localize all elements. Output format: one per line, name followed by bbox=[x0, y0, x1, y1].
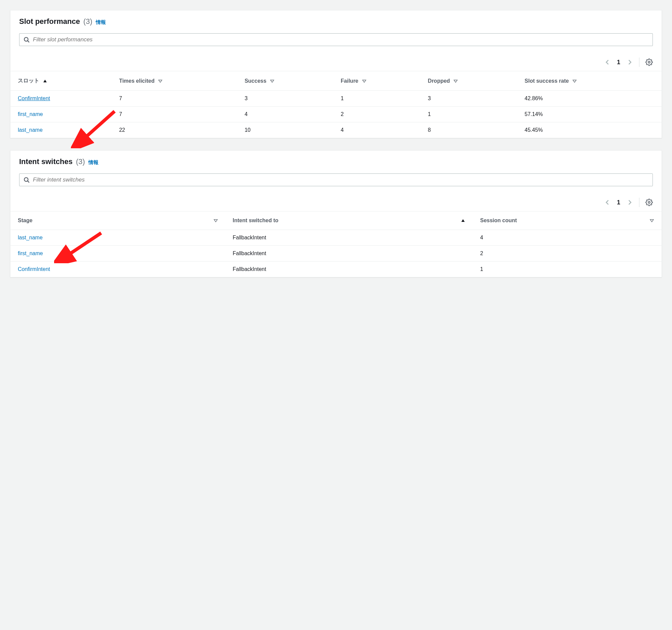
stage-link[interactable]: last_name bbox=[18, 235, 43, 240]
page-number: 1 bbox=[617, 199, 620, 206]
prev-page-button[interactable] bbox=[604, 199, 611, 206]
sort-none-icon bbox=[270, 79, 274, 84]
svg-marker-7 bbox=[454, 80, 457, 83]
stage-link[interactable]: ConfirmIntent bbox=[18, 266, 50, 272]
intent-switches-info-link[interactable]: 情報 bbox=[88, 159, 98, 166]
slot-performance-info-link[interactable]: 情報 bbox=[96, 19, 106, 26]
svg-marker-6 bbox=[363, 80, 366, 83]
intent-switches-title-row: Intent switches (3) 情報 bbox=[19, 157, 653, 166]
gear-icon[interactable] bbox=[645, 199, 653, 206]
svg-marker-8 bbox=[573, 80, 576, 83]
slot-performance-filter[interactable] bbox=[19, 33, 653, 46]
table-row: last_name 22 10 4 8 45.45% bbox=[10, 122, 662, 138]
sort-asc-icon bbox=[461, 218, 465, 223]
col-dropped[interactable]: Dropped bbox=[420, 71, 517, 91]
intent-switches-panel: Intent switches (3) 情報 1 Stage bbox=[10, 150, 662, 277]
slot-link[interactable]: ConfirmIntent bbox=[18, 95, 50, 101]
table-row: last_name FallbackIntent 4 bbox=[10, 230, 662, 246]
col-switched-to[interactable]: Intent switched to bbox=[225, 211, 473, 230]
intent-switches-title: Intent switches bbox=[19, 157, 73, 166]
sort-none-icon bbox=[453, 79, 458, 84]
sort-none-icon bbox=[649, 218, 654, 223]
sort-none-icon bbox=[213, 218, 218, 223]
divider bbox=[639, 198, 640, 207]
table-row: first_name 7 4 2 1 57.14% bbox=[10, 107, 662, 122]
col-slot[interactable]: スロット bbox=[10, 71, 112, 91]
svg-marker-4 bbox=[159, 80, 162, 83]
slot-performance-title-row: Slot performance (3) 情報 bbox=[19, 17, 653, 26]
sort-none-icon bbox=[362, 79, 366, 84]
slot-performance-panel: Slot performance (3) 情報 1 スロット bbox=[10, 10, 662, 138]
slot-performance-title: Slot performance bbox=[19, 17, 80, 26]
svg-point-13 bbox=[648, 201, 650, 203]
page-number: 1 bbox=[617, 59, 620, 66]
slot-link[interactable]: first_name bbox=[18, 111, 43, 117]
col-success[interactable]: Success bbox=[237, 71, 333, 91]
slot-link[interactable]: last_name bbox=[18, 127, 43, 133]
slot-performance-filter-input[interactable] bbox=[33, 36, 648, 43]
svg-line-1 bbox=[28, 41, 29, 42]
divider bbox=[639, 57, 640, 67]
svg-marker-5 bbox=[270, 80, 274, 83]
sort-none-icon bbox=[572, 79, 577, 84]
prev-page-button[interactable] bbox=[604, 59, 611, 66]
search-icon bbox=[24, 177, 29, 183]
sort-asc-icon bbox=[43, 79, 47, 84]
next-page-button[interactable] bbox=[626, 59, 633, 66]
svg-marker-15 bbox=[461, 219, 465, 222]
search-icon bbox=[24, 37, 29, 43]
intent-switches-filter-input[interactable] bbox=[33, 177, 648, 183]
col-times-elicited[interactable]: Times elicited bbox=[112, 71, 237, 91]
table-row: ConfirmIntent 7 3 1 3 42.86% bbox=[10, 91, 662, 107]
svg-point-2 bbox=[648, 61, 650, 63]
stage-link[interactable]: first_name bbox=[18, 251, 43, 256]
svg-point-11 bbox=[24, 178, 28, 181]
sort-none-icon bbox=[158, 79, 163, 84]
slot-performance-count: (3) bbox=[83, 17, 92, 26]
slot-performance-table: スロット Times elicited Success bbox=[10, 71, 662, 138]
svg-marker-14 bbox=[214, 219, 217, 222]
svg-marker-3 bbox=[43, 80, 47, 83]
svg-point-0 bbox=[24, 37, 28, 41]
col-failure[interactable]: Failure bbox=[333, 71, 420, 91]
table-row: first_name FallbackIntent 2 bbox=[10, 246, 662, 261]
col-success-rate[interactable]: Slot success rate bbox=[517, 71, 662, 91]
intent-switches-count: (3) bbox=[76, 157, 85, 166]
col-session-count[interactable]: Session count bbox=[473, 211, 662, 230]
intent-switches-table: Stage Intent switched to Session count bbox=[10, 211, 662, 277]
svg-marker-16 bbox=[650, 219, 653, 222]
gear-icon[interactable] bbox=[645, 59, 653, 66]
col-stage[interactable]: Stage bbox=[10, 211, 225, 230]
table-row: ConfirmIntent FallbackIntent 1 bbox=[10, 261, 662, 277]
intent-switches-filter[interactable] bbox=[19, 173, 653, 186]
svg-line-12 bbox=[28, 181, 29, 183]
next-page-button[interactable] bbox=[626, 199, 633, 206]
